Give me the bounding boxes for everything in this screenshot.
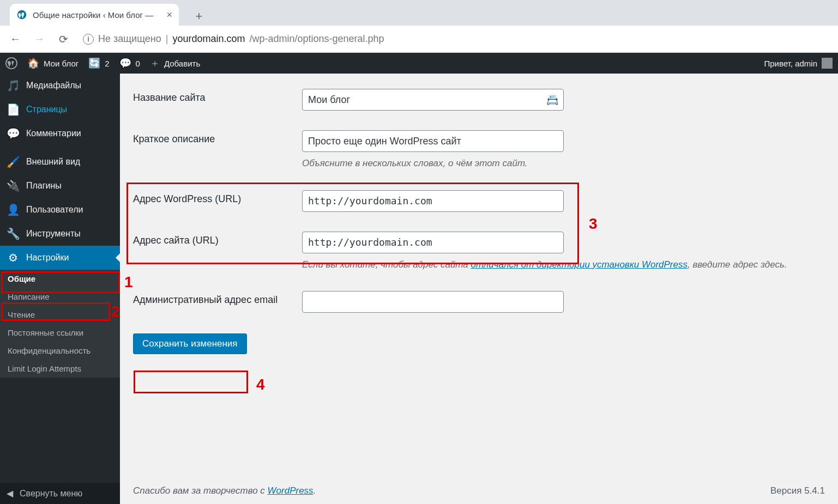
site-url-help-link[interactable]: отличался от директории установки WordPr…	[471, 259, 688, 270]
wp-favicon-icon	[16, 9, 27, 20]
submenu-general[interactable]: Общие	[0, 270, 120, 288]
updates-link[interactable]: 🔄2	[88, 57, 109, 69]
comment-icon: 💬	[7, 127, 20, 140]
sidebar-item-pages[interactable]: 📄Страницы	[0, 98, 120, 122]
site-url-input[interactable]	[302, 232, 564, 253]
footer: Спасибо вам за творчество с WordPress. В…	[133, 485, 825, 496]
submenu-permalinks[interactable]: Постоянные ссылки	[0, 324, 120, 342]
back-button[interactable]: ←	[4, 28, 26, 50]
pages-icon: 📄	[7, 103, 20, 116]
info-icon[interactable]: i	[83, 34, 94, 45]
home-icon: 🏠	[27, 57, 39, 69]
annotation-4: 4	[256, 376, 265, 393]
sidebar-item-users[interactable]: 👤Пользователи	[0, 198, 120, 222]
sidebar-item-comments[interactable]: 💬Комментарии	[0, 122, 120, 145]
version-label: Версия 5.4.1	[770, 485, 825, 496]
reload-button[interactable]: ⟳	[52, 28, 74, 50]
site-title-input[interactable]	[302, 89, 564, 111]
close-tab-icon[interactable]: ×	[166, 9, 172, 21]
save-button[interactable]: Сохранить изменения	[133, 333, 247, 354]
url-path: /wp-admin/options-general.php	[249, 33, 384, 45]
annotation-box-4	[134, 371, 248, 393]
admin-email-label: Административный адрес email	[133, 291, 302, 306]
wp-url-label: Адрес WordPress (URL)	[133, 190, 302, 205]
forward-button[interactable]: →	[28, 28, 50, 50]
admin-sidebar: 🎵Медиафайлы 📄Страницы 💬Комментарии 🖌️Вне…	[0, 74, 120, 504]
wp-logo[interactable]	[5, 57, 17, 69]
svg-point-1	[6, 58, 17, 69]
admin-email-input[interactable]	[302, 291, 564, 313]
sidebar-item-settings[interactable]: ⚙Настройки	[0, 246, 120, 270]
address-bar: ← → ⟳ i Не защищено | yourdomain.com/wp-…	[0, 26, 838, 53]
plugins-icon: 🔌	[7, 179, 20, 192]
settings-icon: ⚙	[7, 251, 20, 264]
sidebar-item-media[interactable]: 🎵Медиафайлы	[0, 74, 120, 98]
url-field[interactable]: i Не защищено | yourdomain.com/wp-admin/…	[83, 33, 384, 45]
contact-card-icon: 📇	[546, 94, 558, 106]
wp-admin-bar: 🏠Мои блог 🔄2 💬0 ＋Добавить Привет, admin	[0, 53, 838, 74]
submenu-reading[interactable]: Чтение	[0, 306, 120, 324]
tab-bar: Общие настройки ‹ Мои блог — × +	[0, 0, 838, 26]
users-icon: 👤	[7, 203, 20, 216]
collapse-menu[interactable]: ◀Свернуть меню	[0, 483, 120, 504]
new-tab-button[interactable]: +	[190, 7, 208, 26]
settings-submenu: Общие Написание Чтение Постоянные ссылки…	[0, 270, 120, 378]
url-separator: |	[166, 33, 168, 45]
submenu-lla[interactable]: Limit Login Attempts	[0, 360, 120, 378]
sidebar-item-appearance[interactable]: 🖌️Внешний вид	[0, 150, 120, 174]
site-url-label: Адрес сайта (URL)	[133, 232, 302, 246]
site-title-label: Название сайта	[133, 89, 302, 104]
settings-content: Название сайта 📇 Краткое описание Объясн…	[120, 74, 838, 504]
tagline-description: Объясните в нескольких словах, о чём это…	[302, 156, 825, 171]
tab-title: Общие настройки ‹ Мои блог —	[33, 10, 161, 20]
tagline-label: Краткое описание	[133, 130, 302, 145]
collapse-icon: ◀	[7, 488, 13, 499]
comments-link[interactable]: 💬0	[119, 57, 140, 69]
site-name-link[interactable]: 🏠Мои блог	[27, 57, 79, 69]
avatar-icon	[822, 58, 833, 69]
wordpress-link[interactable]: WordPress	[268, 485, 314, 496]
security-label: Не защищено	[98, 33, 161, 45]
wp-url-input[interactable]	[302, 190, 564, 212]
url-domain: yourdomain.com	[172, 33, 245, 45]
browser-chrome: Общие настройки ‹ Мои блог — × + ← → ⟳ i…	[0, 0, 838, 53]
site-url-description: Если вы хотите, чтобы адрес сайта отлича…	[302, 258, 825, 272]
submenu-privacy[interactable]: Конфиденциальность	[0, 342, 120, 360]
browser-tab[interactable]: Общие настройки ‹ Мои блог — ×	[10, 4, 179, 26]
submenu-writing[interactable]: Написание	[0, 288, 120, 306]
plus-icon: ＋	[150, 57, 160, 70]
tagline-input[interactable]	[302, 130, 564, 152]
sidebar-item-plugins[interactable]: 🔌Плагины	[0, 174, 120, 198]
updates-icon: 🔄	[88, 57, 100, 69]
howdy-link[interactable]: Привет, admin	[764, 58, 833, 69]
media-icon: 🎵	[7, 79, 20, 92]
tools-icon: 🔧	[7, 227, 20, 240]
comments-icon: 💬	[119, 57, 131, 69]
new-content-link[interactable]: ＋Добавить	[150, 57, 200, 70]
appearance-icon: 🖌️	[7, 155, 20, 168]
sidebar-item-tools[interactable]: 🔧Инструменты	[0, 222, 120, 246]
